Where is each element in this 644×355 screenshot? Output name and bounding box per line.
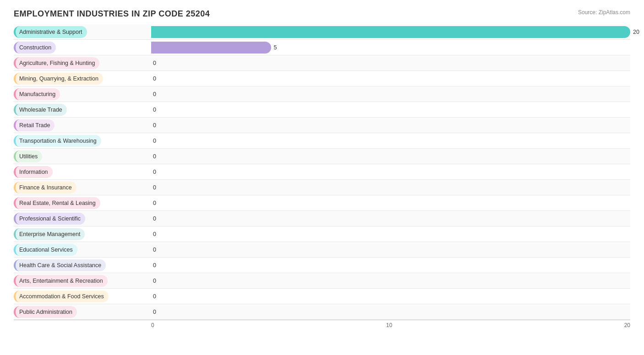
bar-value: 0	[153, 215, 156, 222]
bar-row: Accommodation & Food Services0	[14, 289, 630, 304]
bar-area: 0	[151, 226, 630, 242]
bar-value: 0	[153, 122, 156, 129]
bar-value: 0	[153, 60, 156, 66]
row-label-area: Information	[14, 166, 151, 178]
bar-row: Retail Trade0	[14, 118, 630, 133]
bar-row: Transportation & Warehousing0	[14, 133, 630, 149]
bar-area: 20	[151, 24, 630, 39]
row-label-area: Retail Trade	[14, 119, 151, 131]
bar-row: Health Care & Social Assistance0	[14, 258, 630, 273]
bar-row: Manufacturing0	[14, 86, 630, 102]
bar-area: 0	[151, 118, 630, 133]
bar-area: 0	[151, 289, 630, 304]
bar-row: Finance & Insurance0	[14, 180, 630, 195]
bar-area: 0	[151, 86, 630, 102]
bar-value: 0	[153, 169, 156, 175]
row-label-area: Health Care & Social Assistance	[14, 259, 151, 271]
bar-area: 0	[151, 102, 630, 117]
label-pill: Public Administration	[14, 306, 77, 318]
row-label-area: Manufacturing	[14, 88, 151, 100]
row-label-area: Accommodation & Food Services	[14, 290, 151, 302]
bar-area: 0	[151, 71, 630, 86]
row-label-area: Arts, Entertainment & Recreation	[14, 275, 151, 287]
bar-value: 0	[153, 91, 156, 97]
row-label-area: Educational Services	[14, 244, 151, 256]
row-label-area: Transportation & Warehousing	[14, 135, 151, 147]
row-label-area: Professional & Scientific	[14, 213, 151, 225]
x-axis: 01020	[14, 320, 630, 328]
label-pill: Manufacturing	[14, 88, 60, 100]
bar-area: 0	[151, 164, 630, 179]
bar-area: 0	[151, 242, 630, 257]
bar-row: Mining, Quarrying, & Extraction0	[14, 71, 630, 86]
bar-area: 0	[151, 180, 630, 195]
bar-row: Construction5	[14, 40, 630, 55]
bar-area: 0	[151, 55, 630, 70]
row-label-area: Finance & Insurance	[14, 182, 151, 194]
bar-value: 0	[153, 200, 156, 206]
row-label-area: Mining, Quarrying, & Extraction	[14, 73, 151, 85]
source-label: Source: ZipAtlas.com	[578, 9, 630, 16]
label-pill: Real Estate, Rental & Leasing	[14, 197, 100, 209]
x-axis-tick: 0	[151, 322, 154, 328]
bar-value: 0	[153, 309, 156, 315]
bar-area: 0	[151, 133, 630, 148]
label-pill: Retail Trade	[14, 119, 55, 131]
bar-value: 0	[153, 293, 156, 300]
bar-value: 0	[153, 231, 156, 237]
bar-area: 0	[151, 273, 630, 288]
row-label-area: Public Administration	[14, 306, 151, 318]
label-pill: Arts, Entertainment & Recreation	[14, 275, 108, 287]
bar-row: Professional & Scientific0	[14, 211, 630, 226]
row-label-area: Agriculture, Fishing & Hunting	[14, 57, 151, 69]
bar-area: 0	[151, 304, 630, 319]
bar-value: 0	[153, 247, 156, 253]
label-pill: Health Care & Social Assistance	[14, 259, 106, 271]
label-pill: Agriculture, Fishing & Hunting	[14, 57, 99, 69]
x-axis-tick: 20	[624, 322, 630, 328]
bar-row: Administrative & Support20	[14, 24, 630, 40]
bar-row: Utilities0	[14, 149, 630, 164]
label-pill: Enterprise Management	[14, 228, 85, 240]
row-label-area: Wholesale Trade	[14, 104, 151, 116]
label-pill: Accommodation & Food Services	[14, 290, 109, 302]
label-pill: Wholesale Trade	[14, 104, 67, 116]
bar	[151, 42, 271, 54]
chart-title: EMPLOYMENT INDUSTRIES IN ZIP CODE 25204	[14, 9, 210, 19]
bar-row: Information0	[14, 164, 630, 180]
row-label-area: Construction	[14, 42, 151, 54]
bar-row: Arts, Entertainment & Recreation0	[14, 273, 630, 289]
bar-row: Agriculture, Fishing & Hunting0	[14, 55, 630, 71]
bar-value: 20	[633, 29, 639, 35]
bar-area: 0	[151, 149, 630, 164]
bar-row: Wholesale Trade0	[14, 102, 630, 118]
label-pill: Utilities	[14, 151, 42, 162]
bar-row: Educational Services0	[14, 242, 630, 258]
label-pill: Information	[14, 166, 53, 178]
bar-value: 0	[153, 153, 156, 160]
bar-area: 0	[151, 195, 630, 210]
bar-area: 0	[151, 258, 630, 273]
label-pill: Finance & Insurance	[14, 182, 76, 194]
x-axis-tick: 10	[386, 322, 392, 328]
row-label-area: Real Estate, Rental & Leasing	[14, 197, 151, 209]
bar-value: 0	[153, 107, 156, 113]
bar-value: 0	[153, 278, 156, 284]
bar-row: Public Administration0	[14, 304, 630, 320]
bar-value: 0	[153, 138, 156, 144]
bar-area: 0	[151, 211, 630, 226]
bar-value: 0	[153, 75, 156, 82]
bar-row: Real Estate, Rental & Leasing0	[14, 195, 630, 211]
row-label-area: Utilities	[14, 151, 151, 162]
label-pill: Mining, Quarrying, & Extraction	[14, 73, 103, 85]
label-pill: Professional & Scientific	[14, 213, 85, 225]
bar-row: Enterprise Management0	[14, 226, 630, 242]
label-pill: Construction	[14, 42, 56, 54]
bar	[151, 26, 630, 38]
row-label-area: Enterprise Management	[14, 228, 151, 240]
label-pill: Educational Services	[14, 244, 77, 256]
bar-value: 5	[274, 44, 277, 51]
bar-value: 0	[153, 262, 156, 269]
bar-value: 0	[153, 184, 156, 191]
bar-area: 5	[151, 40, 630, 55]
